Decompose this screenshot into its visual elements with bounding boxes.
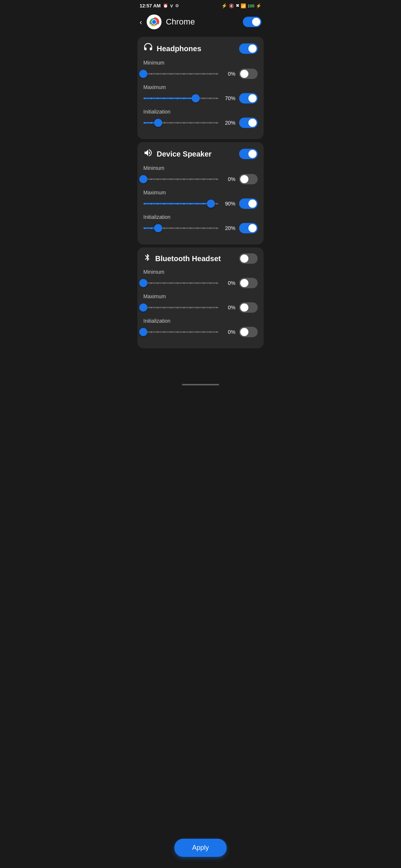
slider-track-device-speaker-0	[143, 178, 218, 180]
slider-row-device-speaker-0: 0%	[143, 174, 258, 184]
app-logo	[147, 14, 162, 29]
slider-toggle-device-speaker-2[interactable]	[239, 223, 258, 233]
slider-label-headphones-1: Maximum	[143, 84, 258, 90]
slider-row-headphones-0: 0%	[143, 69, 258, 79]
slider-label-device-speaker-1: Maximum	[143, 190, 258, 195]
slider-bluetooth-headset-0[interactable]	[143, 279, 218, 287]
slider-device-speaker-0[interactable]	[143, 175, 218, 183]
card-toggle-knob-bluetooth-headset	[240, 254, 248, 263]
card-header-headphones: Headphones	[143, 43, 258, 55]
slider-device-speaker-2[interactable]	[143, 224, 218, 232]
alarm-icon: ⏰	[163, 3, 168, 8]
status-right: ⚡ 🔇 ✖ 📶 100 ⚡	[221, 3, 261, 9]
card-bluetooth-headset: Bluetooth HeadsetMinimum0%Maximum0%Initi…	[137, 247, 264, 348]
slider-value-device-speaker-0: 0%	[222, 176, 235, 182]
status-bar: 12:57 AM ⏰ V ⊙ ⚡ 🔇 ✖ 📶 100 ⚡	[134, 0, 267, 10]
slider-toggle-headphones-2[interactable]	[239, 118, 258, 128]
slider-section-bluetooth-headset-0: Minimum0%	[143, 269, 258, 288]
card-toggle-bluetooth-headset[interactable]	[239, 253, 258, 264]
slider-track-headphones-0	[143, 73, 218, 75]
card-header-bluetooth-headset: Bluetooth Headset	[143, 253, 258, 264]
slider-thumb-headphones-0	[139, 70, 147, 78]
battery-level: ⚡	[256, 3, 261, 9]
slider-toggle-bluetooth-headset-0[interactable]	[239, 278, 258, 288]
slider-toggle-bluetooth-headset-1[interactable]	[239, 302, 258, 313]
slider-toggle-headphones-1[interactable]	[239, 93, 258, 103]
app-toggle[interactable]	[243, 17, 261, 27]
bluetooth-icon	[143, 253, 151, 264]
slider-thumb-device-speaker-2	[154, 224, 162, 232]
slider-value-device-speaker-1: 90%	[222, 201, 235, 207]
slider-row-device-speaker-2: 20%	[143, 223, 258, 233]
svg-point-3	[152, 20, 156, 24]
slider-thumb-bluetooth-headset-1	[139, 303, 147, 312]
mute-icon: 🔇	[229, 3, 234, 9]
slider-section-bluetooth-headset-1: Maximum0%	[143, 293, 258, 313]
card-header-device-speaker: Device Speaker	[143, 148, 258, 160]
slider-value-bluetooth-headset-2: 0%	[222, 329, 235, 335]
slider-thumb-bluetooth-headset-2	[139, 328, 147, 336]
slider-bluetooth-headset-2[interactable]	[143, 328, 218, 336]
slider-section-bluetooth-headset-2: Initialization0%	[143, 318, 258, 337]
slider-thumb-headphones-1	[192, 94, 200, 102]
card-toggle-device-speaker[interactable]	[239, 149, 258, 159]
slider-label-bluetooth-headset-0: Minimum	[143, 269, 258, 275]
headphones-icon	[143, 43, 153, 55]
slider-thumb-device-speaker-0	[139, 175, 147, 183]
wifi-icon: 📶	[241, 3, 246, 9]
slider-track-bluetooth-headset-1	[143, 307, 218, 308]
slider-row-bluetooth-headset-1: 0%	[143, 302, 258, 313]
slider-toggle-device-speaker-1[interactable]	[239, 198, 258, 209]
slider-label-device-speaker-2: Initialization	[143, 214, 258, 220]
bluetooth-status-icon: ⚡	[221, 3, 227, 9]
v-icon: V	[170, 4, 173, 8]
back-button[interactable]: ‹	[140, 18, 142, 26]
slider-label-headphones-0: Minimum	[143, 60, 258, 66]
card-toggle-knob-headphones	[248, 45, 257, 53]
card-title-headphones: Headphones	[157, 45, 201, 53]
slider-thumb-bluetooth-headset-0	[139, 279, 147, 287]
slider-value-headphones-2: 20%	[222, 120, 235, 126]
card-toggle-headphones[interactable]	[239, 43, 258, 54]
slider-label-headphones-2: Initialization	[143, 109, 258, 115]
slider-label-device-speaker-0: Minimum	[143, 165, 258, 171]
slider-section-device-speaker-0: Minimum0%	[143, 165, 258, 184]
battery-icon: 100	[248, 4, 254, 8]
card-device-speaker: Device SpeakerMinimum0%Maximum90%Initial…	[137, 142, 264, 244]
slider-section-headphones-1: Maximum70%	[143, 84, 258, 103]
slider-device-speaker-1[interactable]	[143, 200, 218, 207]
slider-headphones-1[interactable]	[143, 95, 218, 102]
slider-section-device-speaker-2: Initialization20%	[143, 214, 258, 233]
card-title-bluetooth-headset: Bluetooth Headset	[155, 254, 221, 263]
slider-track-bluetooth-headset-2	[143, 331, 218, 333]
slider-section-device-speaker-1: Maximum90%	[143, 190, 258, 209]
slider-headphones-2[interactable]	[143, 119, 218, 126]
app-bar: ‹ Chrome	[134, 10, 267, 34]
cards-container: HeadphonesMinimum0%Maximum70%Initializat…	[134, 37, 267, 348]
slider-value-bluetooth-headset-1: 0%	[222, 305, 235, 310]
slider-row-headphones-1: 70%	[143, 93, 258, 103]
slider-label-bluetooth-headset-2: Initialization	[143, 318, 258, 324]
slider-row-bluetooth-headset-0: 0%	[143, 278, 258, 288]
slider-value-headphones-0: 0%	[222, 71, 235, 77]
slider-row-bluetooth-headset-2: 0%	[143, 327, 258, 337]
status-time: 12:57 AM	[140, 3, 161, 9]
slider-section-headphones-0: Minimum0%	[143, 60, 258, 79]
slider-toggle-headphones-0[interactable]	[239, 69, 258, 79]
circle-icon: ⊙	[175, 3, 179, 8]
card-headphones: HeadphonesMinimum0%Maximum70%Initializat…	[137, 37, 264, 139]
slider-bluetooth-headset-1[interactable]	[143, 304, 218, 311]
slider-label-bluetooth-headset-1: Maximum	[143, 293, 258, 299]
slider-headphones-0[interactable]	[143, 70, 218, 78]
slider-track-headphones-1	[143, 98, 218, 99]
home-indicator	[182, 384, 219, 385]
slider-toggle-device-speaker-0[interactable]	[239, 174, 258, 184]
card-toggle-knob-device-speaker	[248, 150, 257, 158]
slider-thumb-device-speaker-1	[207, 200, 215, 208]
slider-toggle-bluetooth-headset-2[interactable]	[239, 327, 258, 337]
sim-icon: ✖	[236, 3, 239, 8]
slider-value-bluetooth-headset-0: 0%	[222, 280, 235, 286]
slider-thumb-headphones-2	[154, 119, 162, 127]
status-left: 12:57 AM ⏰ V ⊙	[140, 3, 179, 9]
slider-section-headphones-2: Initialization20%	[143, 109, 258, 128]
